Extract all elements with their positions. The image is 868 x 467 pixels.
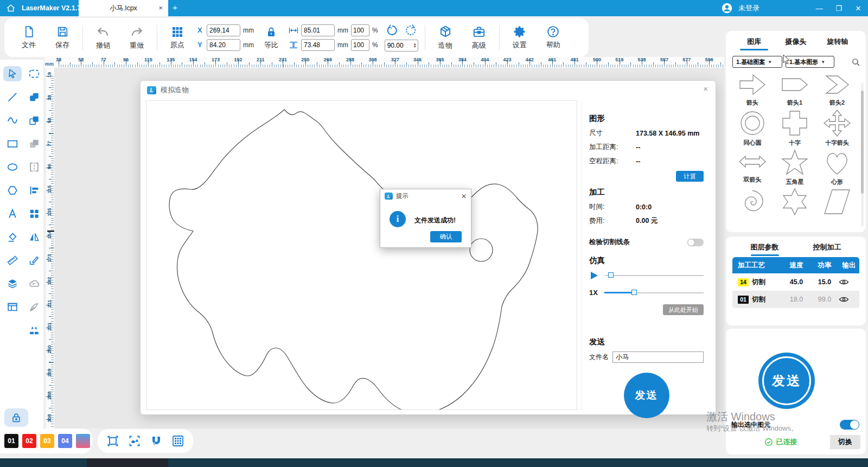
layer-visibility-eye-icon[interactable] (839, 278, 859, 286)
height-percent-input[interactable] (351, 39, 369, 51)
new-tab-button[interactable]: + (173, 3, 177, 12)
rotation-angle-spinner[interactable]: 90.00 ▲▼ (385, 40, 418, 52)
measure-tool[interactable] (3, 253, 22, 268)
switch-device-button[interactable]: 切换 (830, 437, 860, 447)
magnet-snap-icon[interactable] (150, 434, 163, 447)
gallery-shape-arrow1[interactable]: 箭头1 (774, 72, 816, 106)
tab-camera[interactable]: 摄像头 (775, 37, 817, 50)
layer-visibility-eye-icon[interactable] (839, 296, 859, 303)
gallery-shape-double-arrow[interactable]: 双箭头 (731, 149, 774, 185)
dialog-close-icon[interactable]: ✕ (461, 193, 467, 200)
spinner-arrows-icon[interactable]: ▲▼ (413, 43, 417, 48)
boolean-intersect-tool[interactable] (25, 136, 43, 151)
x-position-input[interactable] (207, 24, 240, 36)
document-tab[interactable]: 小马.lcpx × (79, 0, 168, 16)
library-scrollbar[interactable] (861, 82, 864, 226)
palette-swatch-02[interactable]: 02 (22, 434, 36, 448)
boolean-union-tool[interactable] (25, 89, 43, 105)
make-button[interactable]: 造物 (429, 25, 462, 50)
flip-horizontal-tool[interactable] (25, 229, 43, 245)
simulation-canvas[interactable] (146, 100, 577, 410)
marquee-select-tool[interactable] (25, 66, 43, 81)
frame-view-icon[interactable] (106, 434, 119, 447)
play-icon[interactable] (590, 271, 598, 280)
tab-library[interactable]: 图库 (733, 37, 775, 50)
curve-tool[interactable] (3, 113, 22, 128)
polygon-tool[interactable] (3, 183, 22, 198)
gallery-shape-six-point-star[interactable] (774, 188, 816, 225)
gallery-shape-cross[interactable]: 十字 (774, 109, 816, 146)
eraser-tool[interactable] (3, 229, 22, 245)
palette-swatch-03[interactable]: 03 (40, 434, 54, 448)
y-position-input[interactable] (207, 39, 240, 51)
line-tool[interactable] (3, 89, 22, 105)
gallery-shape-arrow2[interactable]: 箭头2 (816, 72, 858, 106)
home-icon[interactable] (5, 3, 16, 14)
tab-close-icon[interactable]: × (158, 4, 163, 12)
tab-layer-params[interactable]: 图层参数 (733, 242, 796, 256)
gallery-shape-five-point-star[interactable]: 五角星 (774, 149, 816, 185)
user-login-status[interactable]: 未登录 (738, 3, 760, 13)
rectangle-tool[interactable] (3, 136, 22, 151)
gallery-shape-spiral[interactable] (731, 188, 774, 225)
select-tool[interactable] (3, 66, 22, 81)
canvas-lock-button[interactable] (4, 408, 28, 427)
tab-rotary-axis[interactable]: 旋转轴 (816, 37, 858, 50)
calculate-button[interactable]: 计算 (676, 171, 704, 182)
fit-selection-icon[interactable] (128, 434, 141, 447)
collapse-tool[interactable] (25, 323, 43, 338)
lock-ratio-button[interactable]: 等比 (257, 25, 285, 50)
grid-toggle-icon[interactable] (171, 434, 184, 447)
settings-button[interactable]: 设置 (503, 25, 537, 50)
palette-swatch-04[interactable]: 04 (58, 434, 72, 448)
layers-tool[interactable] (3, 276, 22, 291)
width-percent-input[interactable] (351, 24, 369, 36)
simulation-close-icon[interactable]: × (703, 84, 708, 93)
check-cut-lines-toggle[interactable] (687, 239, 704, 246)
start-from-here-button[interactable]: 从此处开始 (663, 304, 704, 315)
pen-tool[interactable] (25, 299, 43, 315)
category-dropdown-1[interactable]: 1.基础图案▼ (732, 56, 782, 68)
height-input[interactable] (301, 39, 335, 51)
array-tool[interactable] (25, 206, 43, 221)
rotate-cw-icon[interactable] (404, 24, 417, 37)
filename-input[interactable] (612, 351, 704, 363)
tab-control-process[interactable]: 控制加工 (796, 242, 858, 256)
simulation-speed-slider[interactable] (604, 292, 704, 293)
origin-button[interactable]: 原点 (161, 25, 194, 50)
boolean-subtract-tool[interactable] (25, 113, 43, 128)
align-tool[interactable] (25, 183, 43, 198)
window-minimize-button[interactable]: — (809, 0, 829, 16)
text-tool[interactable] (3, 206, 22, 221)
undo-button[interactable]: 撤销 (86, 25, 120, 50)
gallery-shape-heart[interactable]: 心形 (816, 149, 858, 185)
gallery-shape-concentric-circles[interactable]: 同心圆 (731, 109, 774, 146)
output-selected-toggle[interactable] (840, 420, 859, 430)
window-maximize-button[interactable]: ❐ (829, 0, 848, 16)
palette-swatch-01[interactable]: 01 (4, 434, 18, 448)
user-avatar-icon[interactable] (721, 2, 733, 14)
ellipse-tool[interactable] (3, 159, 22, 175)
search-icon[interactable] (851, 57, 860, 67)
category-dropdown-2[interactable]: 1.基本图形▼ (786, 56, 834, 68)
redo-button[interactable]: 重做 (120, 25, 154, 50)
dialog-confirm-button[interactable]: 确认 (430, 231, 462, 242)
gallery-shape-parallelogram[interactable] (816, 188, 858, 225)
layer-row[interactable]: 14 切割 45.0 15.0 (732, 273, 859, 291)
simulation-send-button[interactable]: 发送 (624, 373, 669, 418)
window-close-button[interactable]: ✕ (848, 0, 868, 16)
weld-tool[interactable] (25, 276, 43, 291)
machine-send-button[interactable]: 发送 (758, 353, 815, 409)
save-button[interactable]: 保存 (46, 25, 79, 50)
gallery-shape-cross-arrows[interactable]: 十字箭头 (816, 109, 858, 146)
file-button[interactable]: 文件 (12, 25, 46, 50)
width-input[interactable] (301, 24, 335, 36)
layer-row[interactable]: 01 切割 18.0 99.0 (732, 291, 859, 308)
advanced-button[interactable]: 高级 (462, 25, 496, 50)
gallery-shape-arrow[interactable]: 箭头 (731, 72, 774, 106)
table-tool[interactable] (3, 299, 22, 315)
rotate-ccw-icon[interactable] (386, 24, 399, 37)
help-button[interactable]: 帮助 (537, 25, 570, 50)
node-edit-tool[interactable] (25, 253, 43, 268)
mirror-tool[interactable] (25, 159, 43, 175)
